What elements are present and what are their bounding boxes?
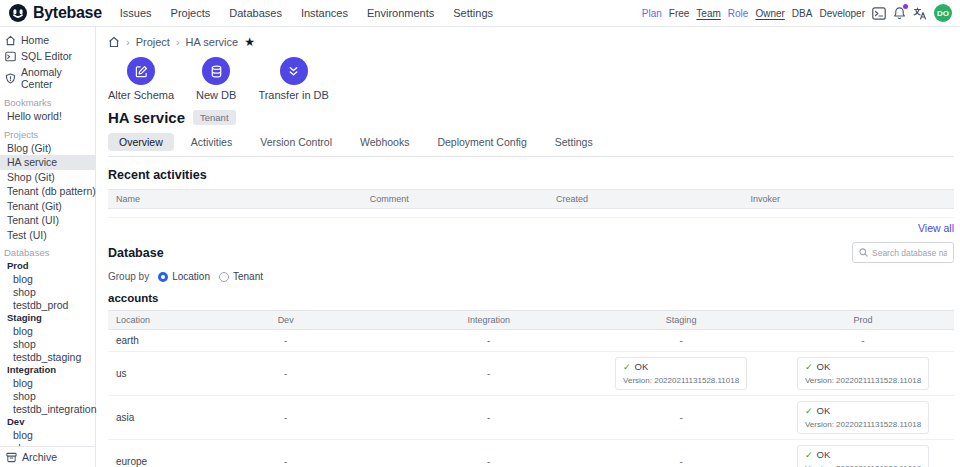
transfer-in-db-button[interactable]: Transfer in DB [258,57,329,101]
env-group-staging: Staging [0,311,95,324]
cell-dev: - [184,330,387,352]
empty-cell-dash: - [487,368,490,379]
sidebar-project-test-ui[interactable]: Test (UI) [0,228,95,243]
db-item[interactable]: testdb_integration [0,402,95,415]
home-icon [5,35,16,46]
sidebar-project-ha-service[interactable]: HA service [0,155,95,170]
sidebar-project-tenant-db-pattern[interactable]: Tenant (db pattern) [0,184,95,199]
db-item[interactable]: testdb_prod [0,298,95,311]
tab-deployment-config[interactable]: Deployment Config [426,133,537,151]
role-label: Role [728,8,749,19]
sidebar-item-home[interactable]: Home [0,32,95,48]
db-item[interactable]: blog [0,272,95,285]
avatar[interactable]: DO [934,4,952,22]
check-icon: ✓ [623,362,631,372]
database-icon [202,57,230,85]
cell-staging: - [590,396,772,440]
role-owner-link[interactable]: Owner [755,8,784,19]
sidebar-project-shop-git[interactable]: Shop (Git) [0,170,95,185]
role-dba[interactable]: DBA [792,8,813,19]
nav-projects[interactable]: Projects [171,7,211,19]
radio-label: Location [172,271,210,282]
database-status-card[interactable]: ✓OK Version: 20220211131528.11018 [797,401,929,434]
breadcrumb-project[interactable]: Project [136,36,170,48]
new-db-button[interactable]: New DB [196,57,236,101]
alter-schema-button[interactable]: Alter Schema [108,57,174,101]
nav-environments[interactable]: Environments [367,7,434,19]
empty-cell-dash: - [284,335,287,346]
db-item[interactable]: shop [0,285,95,298]
cell-prod: - [772,330,954,352]
tab-overview[interactable]: Overview [108,133,174,151]
database-status-card[interactable]: ✓OK Version: 20220211131528.11018 [797,445,929,467]
recent-activities-table: Name Comment Created Invoker [108,189,954,218]
view-all-row: View all [108,222,954,234]
projects-header: Projects [0,124,95,141]
search-icon [859,248,868,257]
cell-dev: - [184,352,387,396]
database-status-card[interactable]: ✓OK Version: 20220211131528.11018 [797,357,929,390]
sidebar: Home SQL Editor Anomaly Center Bookmarks… [0,27,96,467]
status-label: OK [635,361,649,372]
page-title-row: HA service Tenant [108,109,954,126]
nav-settings[interactable]: Settings [453,7,493,19]
row-location: earth [108,330,184,352]
db-item[interactable]: blog [0,428,95,441]
breadcrumb-ha-service[interactable]: HA service [186,36,239,48]
db-item[interactable]: shop [0,389,95,402]
search-input[interactable] [872,248,947,258]
empty-cell-dash: - [861,335,864,346]
brand[interactable]: Bytebase [8,3,102,23]
sidebar-project-blog-git[interactable]: Blog (Git) [0,141,95,156]
db-item[interactable]: testdb_staging [0,350,95,363]
db-item[interactable]: blog [0,376,95,389]
nav-databases[interactable]: Databases [229,7,282,19]
role-developer[interactable]: Developer [819,8,865,19]
group-by-tenant-radio[interactable]: Tenant [219,271,263,282]
sidebar-item-sql-editor[interactable]: SQL Editor [0,48,95,64]
group-by-label: Group by [108,271,149,282]
tab-webhooks[interactable]: Webhooks [349,133,420,151]
plan-upgrade-link[interactable]: Team [696,8,720,19]
group-by-location-radio[interactable]: Location [158,271,210,282]
language-switch-icon[interactable] [913,7,927,20]
favorite-star-icon[interactable]: ★ [244,35,255,49]
db-item[interactable]: shop [0,337,95,350]
sidebar-project-tenant-git[interactable]: Tenant (Git) [0,199,95,214]
empty-table-row [108,209,954,218]
version-text: Version: 20220211131528.11018 [805,376,921,385]
db-item[interactable]: blog [0,324,95,337]
tenant-badge: Tenant [193,110,236,125]
database-search[interactable] [852,242,954,263]
tab-activities[interactable]: Activities [180,133,243,151]
main-nav: Issues Projects Databases Instances Envi… [120,7,493,19]
table-header-row: Location Dev Integration Staging Prod [108,311,954,330]
nav-issues[interactable]: Issues [120,7,152,19]
cell-staging: - [590,440,772,467]
status-label: OK [817,361,831,372]
empty-cell-dash: - [284,368,287,379]
tab-settings[interactable]: Settings [544,133,604,151]
breadcrumb-separator: › [176,36,180,48]
radio-unselected-icon [219,272,229,282]
check-icon: ✓ [805,362,813,372]
nav-instances[interactable]: Instances [301,7,348,19]
bookmarks-header: Bookmarks [0,92,95,109]
view-all-link[interactable]: View all [918,222,954,234]
breadcrumb-home-icon[interactable] [108,36,120,48]
page-title: HA service [108,109,185,126]
bookmark-item[interactable]: Hello world! [0,109,95,124]
sidebar-item-archive[interactable]: Archive [0,446,95,467]
cell-staging: - [590,330,772,352]
tab-version-control[interactable]: Version Control [249,133,343,151]
sidebar-item-anomaly-center[interactable]: Anomaly Center [0,64,95,92]
database-status-card[interactable]: ✓OK Version: 20220211131528.11018 [615,357,747,390]
version-text: Version: 20220211131528.11018 [805,420,921,429]
top-navbar: Bytebase Issues Projects Databases Insta… [0,0,960,27]
sidebar-project-tenant-ui[interactable]: Tenant (UI) [0,213,95,228]
console-icon[interactable] [872,7,886,20]
breadcrumb-separator: › [126,36,130,48]
table-row-europe: europe - - - ✓OK Version: 20220211131528… [108,440,954,467]
notification-bell-icon[interactable] [893,6,906,20]
transfer-in-icon [280,57,308,85]
